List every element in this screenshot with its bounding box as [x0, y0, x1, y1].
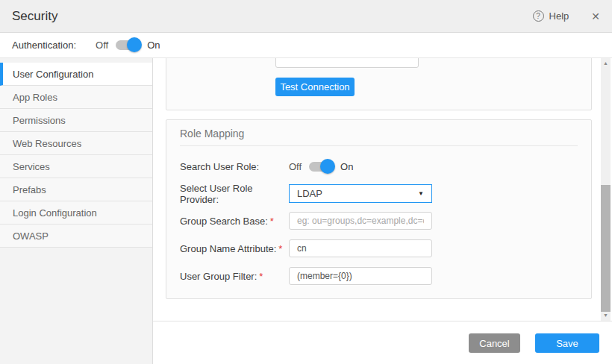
user-group-filter-input[interactable]	[289, 267, 432, 285]
authentication-toggle[interactable]: Off On	[96, 40, 160, 51]
toggle-off-label: Off	[96, 40, 108, 51]
header-actions: ? Help ✕	[533, 10, 600, 22]
provider-label: Select User Role Provider:	[180, 183, 289, 205]
sidebar-item-owasp[interactable]: OWASP	[0, 225, 152, 248]
toggle-track	[116, 40, 138, 50]
close-icon[interactable]: ✕	[591, 10, 600, 22]
divider	[180, 145, 578, 146]
sidebar-item-label: Services	[13, 161, 50, 172]
user-group-filter-row: User Group Filter:*	[180, 267, 578, 285]
toggle-on-label: On	[147, 40, 160, 51]
footer: Cancel Save	[153, 321, 612, 364]
group-name-attribute-row: Group Name Attribute:*	[180, 239, 578, 257]
sidebar-item-label: User Configuration	[13, 69, 93, 80]
role-mapping-title: Role Mapping	[180, 128, 578, 139]
sidebar-item-label: Web Resources	[13, 138, 81, 149]
chevron-down-icon: ▼	[418, 190, 424, 197]
authentication-label: Authentication:	[12, 40, 76, 51]
scrollbar-thumb[interactable]	[601, 185, 611, 312]
sidebar-item-label: OWASP	[13, 230, 49, 242]
provider-row: Select User Role Provider: LDAP ▼	[180, 184, 578, 203]
toggle-off-label: Off	[289, 161, 302, 172]
required-mark: *	[270, 216, 274, 227]
toggle-track	[309, 162, 331, 172]
authentication-bar: Authentication: Off On	[0, 33, 612, 58]
search-user-role-toggle[interactable]: Off On	[289, 161, 353, 172]
sidebar-item-login-configuration[interactable]: Login Configuration	[0, 201, 152, 225]
main-panel: Test Connection Role Mapping Search User…	[153, 58, 612, 364]
scroll-down-icon[interactable]: ▼	[601, 313, 611, 318]
test-connection-button[interactable]: Test Connection	[275, 78, 355, 96]
user-role-provider-select[interactable]: LDAP ▼	[289, 184, 432, 203]
toggle-on-label: On	[340, 161, 353, 172]
help-icon[interactable]: ?	[533, 10, 544, 22]
search-user-role-row: Search User Role: Off On	[180, 156, 578, 177]
sidebar-item-label: Permissions	[13, 115, 66, 126]
sidebar-item-app-roles[interactable]: App Roles	[0, 86, 152, 109]
sidebar-list: User Configuration App Roles Permissions…	[0, 63, 152, 248]
sidebar-item-user-configuration[interactable]: User Configuration	[0, 63, 152, 86]
sidebar-item-services[interactable]: Services	[0, 155, 152, 178]
truncated-input[interactable]	[275, 58, 419, 68]
sidebar: User Configuration App Roles Permissions…	[0, 58, 153, 364]
group-name-attribute-label: Group Name Attribute:*	[180, 243, 289, 254]
user-group-filter-label: User Group Filter:*	[180, 271, 289, 282]
sidebar-item-label: Login Configuration	[13, 207, 97, 219]
selected-option: LDAP	[297, 188, 322, 199]
scroll-area: Test Connection Role Mapping Search User…	[153, 58, 612, 321]
sidebar-item-permissions[interactable]: Permissions	[0, 109, 152, 132]
group-search-base-input[interactable]	[289, 212, 432, 230]
group-search-base-row: Group Search Base:*	[180, 212, 578, 230]
sidebar-item-label: App Roles	[13, 92, 57, 103]
scroll-up-icon[interactable]: ▲	[601, 60, 611, 66]
sidebar-item-web-resources[interactable]: Web Resources	[0, 132, 152, 155]
page-title: Security	[12, 9, 57, 24]
cancel-button[interactable]: Cancel	[469, 333, 520, 353]
required-mark: *	[278, 243, 282, 254]
toggle-knob	[127, 37, 142, 52]
toggle-knob	[320, 159, 335, 174]
vertical-scrollbar[interactable]: ▲ ▼	[601, 58, 611, 321]
sidebar-item-prefabs[interactable]: Prefabs	[0, 178, 152, 201]
search-user-role-label: Search User Role:	[180, 161, 289, 172]
required-mark: *	[259, 271, 263, 282]
connection-card: Test Connection	[166, 58, 592, 110]
sidebar-item-label: Prefabs	[13, 184, 46, 195]
header: Security ? Help ✕	[0, 0, 612, 33]
help-link[interactable]: Help	[549, 10, 569, 22]
role-mapping-card: Role Mapping Search User Role: Off On Se…	[166, 119, 592, 299]
group-name-attribute-input[interactable]	[289, 239, 432, 257]
save-button[interactable]: Save	[535, 333, 599, 353]
group-search-base-label: Group Search Base:*	[180, 216, 289, 227]
